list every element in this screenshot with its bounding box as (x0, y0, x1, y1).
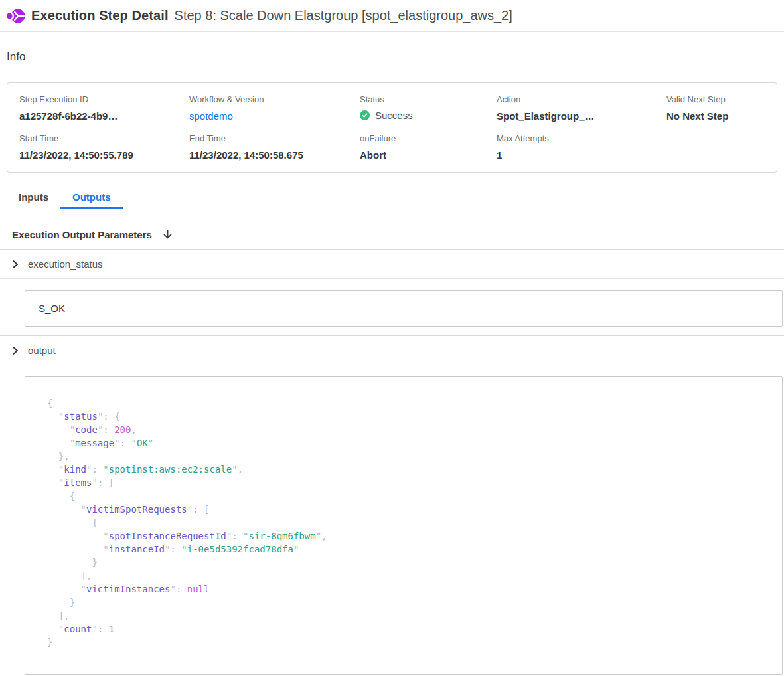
section-row-output[interactable]: output (0, 336, 784, 365)
field-label: onFailure (360, 133, 497, 143)
section-name: execution_status (28, 258, 103, 270)
status-text: Success (375, 110, 413, 121)
workflow-link[interactable]: spotdemo (189, 110, 233, 122)
inputs-outputs-tabbar: Inputs Outputs (7, 183, 784, 209)
chevron-right-icon (11, 260, 20, 269)
field-start-time: Start Time 11/23/2022, 14:50:55.789 (19, 133, 189, 161)
field-on-failure: onFailure Abort (360, 133, 497, 161)
field-label: Step Execution ID (19, 94, 189, 104)
execution-status-value: S_OK (39, 303, 65, 314)
download-arrow-icon[interactable] (162, 229, 173, 240)
field-value: No Next Step (666, 110, 777, 122)
field-valid-next-step: Valid Next Step No Next Step (666, 94, 777, 122)
tab-outputs[interactable]: Outputs (60, 183, 123, 209)
status-badge: Success (360, 110, 497, 121)
field-label: End Time (189, 133, 360, 143)
field-status: Status Success (360, 94, 497, 122)
page-title: Execution Step Detail (31, 8, 169, 23)
field-label: Status (360, 94, 497, 104)
field-end-time: End Time 11/23/2022, 14:50:58.675 (189, 133, 360, 161)
output-parameters-title: Execution Output Parameters (12, 227, 152, 242)
field-workflow-version: Workflow & Version spotdemo (189, 94, 360, 122)
field-action: Action Spot_Elastigroup_… (497, 94, 666, 122)
field-value: Spot_Elastigroup_… (497, 110, 666, 122)
field-label: Action (497, 94, 666, 104)
section-name: output (28, 345, 56, 356)
spot-connect-logo-icon (7, 8, 25, 24)
execution-status-value-box: S_OK (25, 290, 783, 327)
output-json-code: { "status": { "code": 200, "message": "O… (47, 396, 769, 649)
page-subtitle: Step 8: Scale Down Elastgroup [spot_elas… (175, 8, 512, 23)
tab-inputs[interactable]: Inputs (7, 183, 60, 209)
page-header: Execution Step Detail Step 8: Scale Down… (0, 0, 784, 32)
field-label: Valid Next Step (666, 94, 777, 104)
success-check-icon (360, 110, 370, 120)
field-max-attempts: Max Attempts 1 (497, 133, 666, 161)
field-value: 1 (497, 149, 666, 161)
field-value: Abort (360, 149, 497, 161)
output-json-box: { "status": { "code": 200, "message": "O… (25, 376, 783, 675)
output-parameters-header: Execution Output Parameters (0, 220, 784, 250)
info-section-heading: Info (0, 32, 784, 70)
section-row-execution-status[interactable]: execution_status (0, 250, 784, 279)
field-value: a125728f-6b22-4b9… (19, 110, 189, 122)
field-label: Max Attempts (497, 133, 666, 143)
field-step-execution-id: Step Execution ID a125728f-6b22-4b9… (19, 94, 189, 122)
field-value: 11/23/2022, 14:50:55.789 (19, 149, 189, 161)
step-info-card: Step Execution ID a125728f-6b22-4b9… Wor… (7, 82, 777, 173)
chevron-right-icon (11, 346, 20, 355)
field-value: 11/23/2022, 14:50:58.675 (189, 149, 360, 161)
field-label: Workflow & Version (189, 94, 360, 104)
field-label: Start Time (19, 133, 189, 143)
